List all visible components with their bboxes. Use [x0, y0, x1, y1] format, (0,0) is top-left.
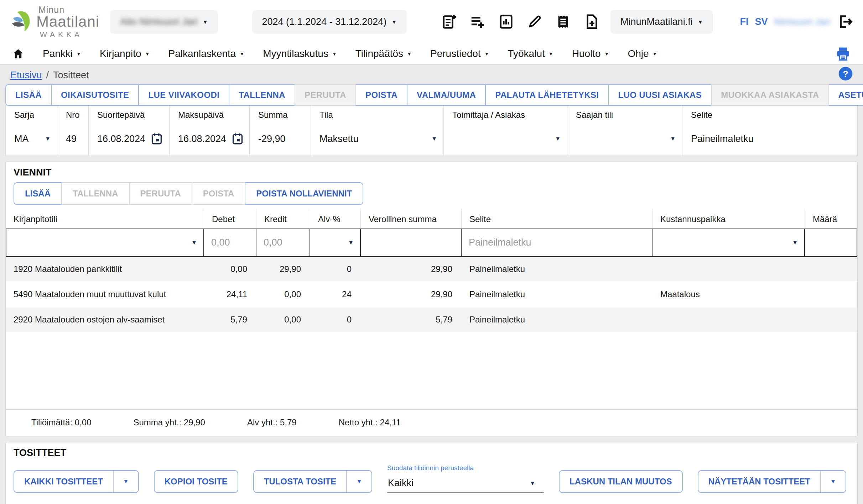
- selite-field[interactable]: Paineilmaletku: [682, 124, 857, 156]
- chevron-down-icon: ▼: [332, 51, 337, 57]
- file-add-icon[interactable]: [583, 14, 600, 30]
- chevron-down-icon: ▼: [356, 478, 362, 485]
- suoritepaiva-field[interactable]: 16.08.2024: [89, 124, 170, 156]
- palauta-lahetetyksi-button[interactable]: PALAUTA LÄHETETYKSI: [485, 84, 608, 106]
- alv-select[interactable]: ▼: [310, 229, 361, 257]
- chevron-down-icon: ▼: [348, 240, 354, 246]
- luo-uusi-asiakas-button[interactable]: LUO UUSI ASIAKAS: [608, 84, 711, 106]
- nav-item-myyntilaskutus[interactable]: Myyntilaskutus▼: [263, 48, 337, 59]
- vienti-row[interactable]: 1920 Maatalouden pankkitilit 0,00 29,90 …: [6, 257, 857, 282]
- tositteet-title: TOSITTEET: [14, 447, 849, 458]
- valma-uuma-button[interactable]: VALMA/UUMA: [407, 84, 485, 106]
- form-header-summa: Summa: [250, 106, 311, 124]
- search-input[interactable]: [32, 502, 133, 504]
- toimittaja-select[interactable]: ▼: [444, 124, 567, 156]
- nav-item-tilinpaatos[interactable]: Tilinpäätös▼: [355, 48, 412, 59]
- calendar-icon[interactable]: [151, 133, 162, 145]
- viennit-panel: VIENNIT LISÄÄ TALLENNA PERUUTA POISTA PO…: [5, 162, 858, 436]
- viennit-selite-input[interactable]: [462, 229, 653, 257]
- report-chart-icon[interactable]: [498, 14, 514, 30]
- filter-select[interactable]: Kaikki ▼: [387, 476, 544, 493]
- poista-button[interactable]: POISTA: [355, 84, 407, 106]
- viennit-input-row: ▼ ▼ ▼: [6, 229, 857, 257]
- chevron-down-icon: ▼: [670, 136, 676, 142]
- kustannuspaikka-select[interactable]: ▼: [653, 229, 805, 257]
- maksupaiva-field[interactable]: 16.08.2024: [170, 124, 250, 156]
- lang-sv-link[interactable]: SV: [755, 16, 768, 27]
- nav-item-palkanlaskenta[interactable]: Palkanlaskenta▼: [168, 48, 245, 59]
- vienti-row[interactable]: 5490 Maatalouden muut muuttuvat kulut 24…: [6, 282, 857, 308]
- viennit-peruuta-button: PERUUTA: [129, 182, 192, 205]
- laskun-tilan-muutos-button[interactable]: LASKUN TILAN MUUTOS: [559, 470, 683, 493]
- company-name-redacted: Aito Nimivuori Jari: [120, 16, 198, 27]
- kaikki-tositteet-button[interactable]: KAIKKI TOSITTEET: [14, 471, 113, 492]
- lue-viivakoodi-button[interactable]: LUE VIIVAKOODI: [138, 84, 229, 106]
- viennit-poista-button: POISTA: [192, 182, 245, 205]
- kaikki-tositteet-dropdown[interactable]: ▼: [113, 471, 138, 492]
- search-field[interactable]: [16, 502, 133, 504]
- form-header-toimittaja: Toimittaja / Asiakas: [444, 106, 567, 124]
- tallenna-button[interactable]: TALLENNA: [229, 84, 295, 106]
- tulosta-tosite-dropdown[interactable]: ▼: [346, 471, 371, 492]
- saajan-tili-select[interactable]: ▼: [567, 124, 682, 156]
- nro-field[interactable]: 49: [57, 124, 89, 156]
- naytetaan-tositteet-button[interactable]: NÄYTETÄÄN TOSITTEET: [698, 471, 820, 492]
- naytetaan-tositteet-dropdown[interactable]: ▼: [820, 471, 846, 492]
- edit-pencil-icon[interactable]: [526, 14, 543, 30]
- viennit-title: VIENNIT: [14, 167, 849, 178]
- calendar-icon[interactable]: [232, 133, 243, 145]
- asetukset-button[interactable]: ASETUKSET: [828, 84, 863, 106]
- kredit-input[interactable]: [256, 229, 310, 257]
- tositteet-panel: TOSITTEET KAIKKI TOSITTEET ▼ KOPIOI TOSI…: [5, 442, 858, 504]
- maara-input[interactable]: [805, 229, 857, 257]
- site-selector[interactable]: MinunMaatilani.fi ▼: [610, 10, 713, 34]
- tila-select[interactable]: Maksettu ▼: [311, 124, 444, 156]
- total-tilioimatta: Tiliöimättä: 0,00: [31, 418, 92, 427]
- debet-input[interactable]: [204, 229, 256, 257]
- leaf-logo-icon: [10, 9, 33, 35]
- vienti-row[interactable]: 2920 Maatalouden ostojen alv-saamiset 5,…: [6, 308, 857, 333]
- chevron-down-icon: ▼: [698, 19, 703, 25]
- company-selector[interactable]: Aito Nimivuori Jari ▼: [110, 10, 218, 34]
- help-icon[interactable]: ?: [838, 66, 853, 81]
- verollinen-summa-input[interactable]: [361, 229, 462, 257]
- chevron-down-icon: ▼: [792, 240, 798, 246]
- viennit-tallenna-button: TALLENNA: [61, 182, 129, 205]
- nav-item-huolto[interactable]: Huolto▼: [572, 48, 609, 59]
- form-header-sarja: Sarja: [6, 106, 57, 124]
- home-icon[interactable]: [12, 48, 24, 60]
- nav-item-perustiedot[interactable]: Perustiedot▼: [430, 48, 489, 59]
- receipt-icon[interactable]: [555, 14, 571, 30]
- app-header: Minun Maatilani WAKKA Aito Nimivuori Jar…: [0, 0, 863, 43]
- naytetaan-tositteet-split-button: NÄYTETÄÄN TOSITTEET ▼: [698, 470, 846, 493]
- poista-nollaviennit-button[interactable]: POISTA NOLLAVIENNIT: [245, 182, 363, 205]
- kirjanpitotili-select[interactable]: ▼: [6, 229, 204, 257]
- tulosta-tosite-button[interactable]: TULOSTA TOSITE: [254, 471, 347, 492]
- note-add-icon[interactable]: [441, 14, 457, 30]
- sarja-select[interactable]: MA ▼: [6, 124, 57, 156]
- kopioi-tosite-button[interactable]: KOPIOI TOSITE: [154, 470, 238, 493]
- lisaa-button[interactable]: LISÄÄ: [5, 84, 51, 106]
- playlist-add-icon[interactable]: [469, 14, 486, 30]
- oikaisutosite-button[interactable]: OIKAISUTOSITE: [51, 84, 138, 106]
- viennit-table-header: Kirjanpitotili Debet Kredit Alv-% Veroll…: [6, 209, 857, 229]
- nav-item-ohje[interactable]: Ohje▼: [628, 48, 657, 59]
- nav-item-kirjanpito[interactable]: Kirjanpito▼: [100, 48, 150, 59]
- form-header-maksupaiva: Maksupäivä: [170, 106, 250, 124]
- lang-fi-link[interactable]: FI: [740, 16, 749, 27]
- print-icon[interactable]: [835, 46, 851, 62]
- site-label: MinunMaatilani.fi: [620, 16, 693, 27]
- svg-text:?: ?: [843, 69, 848, 79]
- search-icon: [16, 503, 25, 504]
- main-nav: Pankki▼ Kirjanpito▼ Palkanlaskenta▼ Myyn…: [0, 43, 863, 65]
- app-logo: Minun Maatilani WAKKA: [10, 5, 99, 38]
- breadcrumb-home-link[interactable]: Etusivu: [10, 70, 42, 81]
- summa-field[interactable]: -29,90: [250, 124, 311, 156]
- period-selector[interactable]: 2024 (1.1.2024 - 31.12.2024) ▼: [252, 10, 407, 34]
- nav-item-tyokalut[interactable]: Työkalut▼: [508, 48, 553, 59]
- viennit-lisaa-button[interactable]: LISÄÄ: [14, 182, 61, 205]
- logout-icon[interactable]: [837, 14, 853, 30]
- form-header-nro: Nro: [57, 106, 89, 124]
- tositteet-controls: KAIKKI TOSITTEET ▼ KOPIOI TOSITE TULOSTA…: [14, 464, 849, 493]
- nav-item-pankki[interactable]: Pankki▼: [43, 48, 81, 59]
